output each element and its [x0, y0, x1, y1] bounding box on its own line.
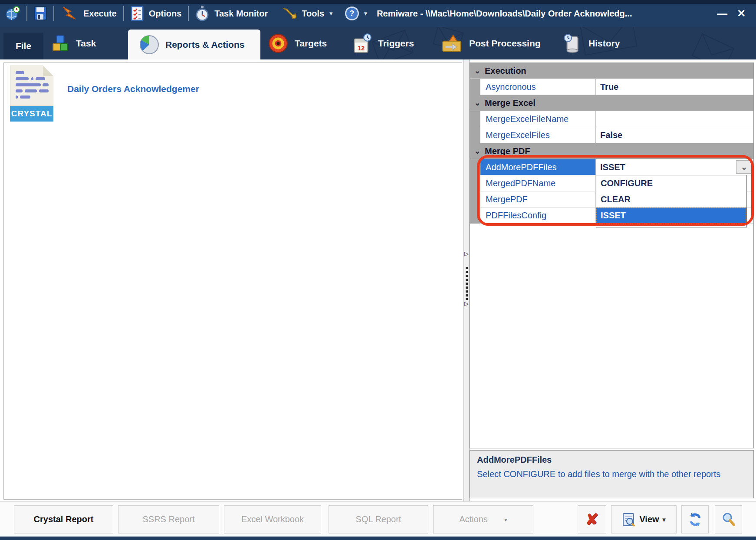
section-row-execution[interactable]: ⌄ Execution	[470, 63, 753, 79]
tab-history[interactable]: History	[562, 27, 620, 59]
excel-workbook-button-label: Excel Workbook	[241, 514, 304, 524]
refresh-button[interactable]	[681, 505, 709, 533]
delete-button[interactable]: ✘	[578, 505, 606, 533]
tools-label: Tools	[302, 9, 324, 19]
tab-reports-actions[interactable]: Reports & Actions	[128, 30, 260, 59]
property-row-addmorepdffiles: AddMorePDFFiles ISSET ⌄	[470, 159, 753, 175]
crystal-report-button-label: Crystal Report	[34, 514, 94, 524]
doc-line	[16, 89, 23, 92]
task-monitor-button[interactable]: Task Monitor	[195, 5, 268, 22]
tools-wrench-icon	[281, 6, 296, 21]
dropdown-option-isset-selected[interactable]: ISSET	[596, 207, 746, 224]
document-shape	[10, 66, 53, 106]
splitter-arrow-icon[interactable]: ▷	[464, 300, 469, 307]
save-button[interactable]	[34, 6, 47, 21]
help-dropdown-caret-icon[interactable]: ▾	[364, 10, 368, 17]
sql-report-button[interactable]: SQL Report	[329, 505, 428, 533]
tab-file[interactable]: File	[3, 33, 43, 59]
section-row-merge-excel[interactable]: ⌄ Merge Excel	[470, 95, 753, 111]
property-grid: ⌄ Execution Asyncronous True ⌄ Merge Exc…	[470, 63, 754, 448]
combo-dropdown-list: CONFIGURE CLEAR ISSET	[596, 175, 747, 227]
splitter-arrow-icon[interactable]: ▷	[464, 250, 469, 257]
doc-line	[16, 71, 24, 74]
description-title: AddMorePDFFiles	[477, 455, 753, 465]
collapse-chevron-icon[interactable]: ⌄	[470, 146, 485, 156]
history-scroll-icon	[562, 33, 582, 53]
post-processing-envelope-icon	[442, 34, 463, 53]
actions-button[interactable]: Actions ▾	[433, 505, 533, 533]
actions-caret-icon: ▾	[504, 516, 507, 523]
globe-clock-icon	[5, 6, 20, 21]
crystal-badge: CRYSTAL	[10, 106, 53, 122]
toolbar-separator	[53, 6, 54, 21]
collapse-chevron-icon[interactable]: ⌄	[470, 98, 485, 108]
property-value-cell[interactable]	[596, 111, 753, 127]
crystal-report-button[interactable]: Crystal Report	[14, 505, 113, 533]
combo-dropdown-button[interactable]: ⌄	[736, 160, 752, 174]
doc-line	[39, 89, 49, 92]
delete-x-icon: ✘	[585, 510, 598, 529]
property-value-cell[interactable]: True	[596, 79, 753, 95]
tools-button[interactable]: Tools ▾	[281, 6, 332, 21]
row-gutter	[470, 175, 480, 191]
property-name-cell[interactable]: MergeExcelFiles	[480, 127, 596, 143]
toolbar-separator	[26, 6, 27, 21]
toolbar-separator	[123, 6, 124, 21]
property-name-cell[interactable]: Asyncronous	[480, 79, 596, 95]
row-gutter	[470, 207, 480, 224]
splitter-grip[interactable]	[466, 267, 468, 300]
ssrs-report-button-label: SSRS Report	[142, 514, 194, 524]
close-button[interactable]: ✕	[732, 5, 751, 22]
dropdown-option-configure[interactable]: CONFIGURE	[596, 175, 746, 191]
property-row-mergeexcelfiles: MergeExcelFiles False	[470, 127, 753, 143]
section-row-merge-pdf[interactable]: ⌄ Merge PDF	[470, 143, 753, 159]
property-value-cell[interactable]: False	[596, 127, 753, 143]
property-name-cell-selected[interactable]: AddMorePDFFiles	[480, 159, 596, 175]
panel-splitter[interactable]: ▷ ▷	[463, 59, 470, 501]
property-description-panel: AddMorePDFFiles Select CONFIGURE to add …	[470, 450, 754, 498]
svg-text:12: 12	[358, 44, 365, 51]
title-bar: Execute Options Task Monitor	[0, 0, 756, 27]
remiware-window: Execute Options Task Monitor	[0, 0, 756, 540]
excel-workbook-button[interactable]: Excel Workbook	[224, 505, 321, 533]
property-name-cell[interactable]: MergedPDFName	[480, 175, 596, 191]
options-button[interactable]: Options	[131, 6, 182, 21]
envelope-watermark-decor	[365, 27, 756, 59]
row-gutter	[470, 127, 480, 143]
view-preview-icon	[622, 513, 636, 527]
reports-list-panel: CRYSTAL Daily Orders Acknowledgemer	[3, 63, 462, 500]
tab-task[interactable]: Task	[51, 27, 96, 59]
window-title: Remiware - \\Mac\Home\Downloads\Daily Or…	[377, 9, 632, 19]
toolbar-separator	[188, 6, 189, 21]
property-name-cell[interactable]: MergeExcelFileName	[480, 111, 596, 127]
help-button[interactable]: ? ▾	[333, 7, 368, 20]
row-gutter	[470, 111, 480, 127]
dropdown-option-clear[interactable]: CLEAR	[596, 191, 746, 207]
tab-targets[interactable]: Targets	[268, 27, 327, 59]
execute-button[interactable]: Execute	[61, 5, 117, 22]
search-button[interactable]	[715, 505, 742, 533]
collapse-chevron-icon[interactable]: ⌄	[470, 66, 485, 76]
options-label: Options	[149, 9, 182, 19]
minimize-button[interactable]: —	[713, 5, 732, 22]
tools-dropdown-caret-icon[interactable]: ▾	[329, 10, 333, 17]
property-value-cell[interactable]: ISSET ⌄	[596, 159, 753, 175]
report-name-label[interactable]: Daily Orders Acknowledgemer	[67, 84, 199, 94]
property-name-cell[interactable]: PDFFilesConfig	[480, 207, 596, 224]
tab-post-processing[interactable]: Post Processing	[442, 27, 541, 59]
crystal-report-file-icon: CRYSTAL	[10, 66, 53, 122]
ssrs-report-button[interactable]: SSRS Report	[118, 505, 219, 533]
targets-bullseye-icon	[268, 33, 288, 53]
doc-line	[31, 77, 33, 80]
report-list-item[interactable]: CRYSTAL Daily Orders Acknowledgemer	[10, 66, 199, 122]
search-magnifier-icon	[721, 512, 736, 527]
tab-triggers[interactable]: 12 Triggers	[352, 27, 414, 59]
property-name-cell[interactable]: MergePDF	[480, 191, 596, 207]
triggers-calendar-icon: 12	[352, 33, 371, 53]
row-gutter	[470, 79, 480, 95]
view-button[interactable]: View ▾	[611, 505, 677, 533]
schedule-globe-icon[interactable]	[5, 6, 20, 21]
reports-pie-icon	[139, 35, 159, 55]
doc-line	[43, 83, 49, 86]
row-gutter	[470, 191, 480, 207]
